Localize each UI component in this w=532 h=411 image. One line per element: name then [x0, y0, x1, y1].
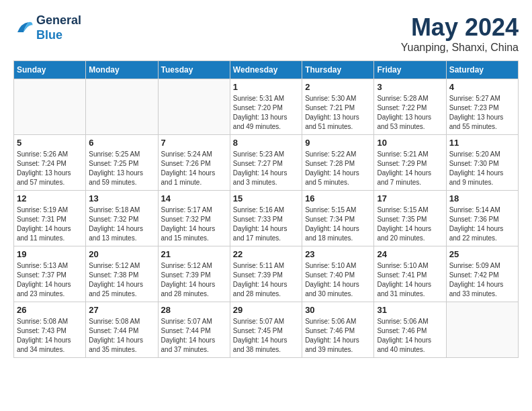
- day-number: 21: [161, 249, 227, 259]
- day-number: 30: [305, 305, 371, 315]
- calendar-cell: 1Sunrise: 5:31 AM Sunset: 7:20 PM Daylig…: [230, 79, 302, 135]
- calendar-cell: 30Sunrise: 5:06 AM Sunset: 7:46 PM Dayli…: [302, 302, 374, 358]
- logo-text: General Blue: [36, 13, 81, 42]
- calendar-cell: 5Sunrise: 5:26 AM Sunset: 7:24 PM Daylig…: [14, 135, 86, 191]
- weekday-header: Saturday: [446, 61, 518, 79]
- day-number: 8: [233, 138, 299, 148]
- day-number: 3: [377, 82, 443, 92]
- calendar-cell: [14, 79, 86, 135]
- day-number: 26: [17, 305, 83, 315]
- day-info: Sunrise: 5:23 AM Sunset: 7:27 PM Dayligh…: [233, 150, 299, 187]
- calendar-cell: [86, 79, 158, 135]
- location: Yuanping, Shanxi, China: [401, 42, 519, 54]
- day-info: Sunrise: 5:08 AM Sunset: 7:44 PM Dayligh…: [89, 317, 154, 355]
- day-info: Sunrise: 5:07 AM Sunset: 7:44 PM Dayligh…: [161, 317, 227, 355]
- calendar-cell: [158, 79, 230, 135]
- day-info: Sunrise: 5:24 AM Sunset: 7:26 PM Dayligh…: [161, 150, 227, 187]
- title-area: May 2024 Yuanping, Shanxi, China: [401, 13, 519, 54]
- day-info: Sunrise: 5:26 AM Sunset: 7:24 PM Dayligh…: [17, 150, 83, 187]
- day-number: 18: [449, 193, 515, 203]
- calendar-cell: 14Sunrise: 5:17 AM Sunset: 7:32 PM Dayli…: [158, 191, 230, 246]
- calendar-cell: [446, 302, 518, 358]
- day-info: Sunrise: 5:14 AM Sunset: 7:36 PM Dayligh…: [449, 205, 515, 243]
- day-info: Sunrise: 5:12 AM Sunset: 7:38 PM Dayligh…: [89, 261, 154, 299]
- calendar-cell: 6Sunrise: 5:25 AM Sunset: 7:25 PM Daylig…: [86, 135, 158, 191]
- day-info: Sunrise: 5:22 AM Sunset: 7:28 PM Dayligh…: [305, 150, 371, 187]
- calendar-cell: 20Sunrise: 5:12 AM Sunset: 7:38 PM Dayli…: [86, 246, 158, 302]
- weekday-header-row: SundayMondayTuesdayWednesdayThursdayFrid…: [14, 61, 519, 79]
- day-info: Sunrise: 5:12 AM Sunset: 7:39 PM Dayligh…: [161, 261, 227, 299]
- day-info: Sunrise: 5:20 AM Sunset: 7:30 PM Dayligh…: [449, 150, 515, 187]
- day-number: 7: [161, 138, 227, 148]
- day-info: Sunrise: 5:31 AM Sunset: 7:20 PM Dayligh…: [233, 94, 299, 132]
- weekday-header: Thursday: [302, 61, 374, 79]
- calendar-week-row: 1Sunrise: 5:31 AM Sunset: 7:20 PM Daylig…: [14, 79, 519, 135]
- calendar-cell: 10Sunrise: 5:21 AM Sunset: 7:29 PM Dayli…: [374, 135, 446, 191]
- calendar-cell: 16Sunrise: 5:15 AM Sunset: 7:34 PM Dayli…: [302, 191, 374, 246]
- calendar-cell: 4Sunrise: 5:27 AM Sunset: 7:23 PM Daylig…: [446, 79, 518, 135]
- day-number: 23: [305, 249, 371, 259]
- day-number: 4: [449, 82, 515, 92]
- calendar-cell: 19Sunrise: 5:13 AM Sunset: 7:37 PM Dayli…: [14, 246, 86, 302]
- day-number: 13: [89, 193, 154, 203]
- day-info: Sunrise: 5:25 AM Sunset: 7:25 PM Dayligh…: [89, 150, 154, 187]
- day-info: Sunrise: 5:28 AM Sunset: 7:22 PM Dayligh…: [377, 94, 443, 132]
- calendar-week-row: 26Sunrise: 5:08 AM Sunset: 7:43 PM Dayli…: [14, 302, 519, 358]
- day-info: Sunrise: 5:09 AM Sunset: 7:42 PM Dayligh…: [449, 261, 515, 299]
- day-number: 15: [233, 193, 299, 203]
- day-info: Sunrise: 5:19 AM Sunset: 7:31 PM Dayligh…: [17, 205, 83, 243]
- calendar-week-row: 19Sunrise: 5:13 AM Sunset: 7:37 PM Dayli…: [14, 246, 519, 302]
- logo-icon: [13, 18, 34, 38]
- calendar-cell: 17Sunrise: 5:15 AM Sunset: 7:35 PM Dayli…: [374, 191, 446, 246]
- calendar-cell: 28Sunrise: 5:07 AM Sunset: 7:44 PM Dayli…: [158, 302, 230, 358]
- calendar-cell: 11Sunrise: 5:20 AM Sunset: 7:30 PM Dayli…: [446, 135, 518, 191]
- calendar-cell: 27Sunrise: 5:08 AM Sunset: 7:44 PM Dayli…: [86, 302, 158, 358]
- day-info: Sunrise: 5:10 AM Sunset: 7:41 PM Dayligh…: [377, 261, 443, 299]
- day-info: Sunrise: 5:30 AM Sunset: 7:21 PM Dayligh…: [305, 94, 371, 132]
- calendar-cell: 25Sunrise: 5:09 AM Sunset: 7:42 PM Dayli…: [446, 246, 518, 302]
- day-number: 1: [233, 82, 299, 92]
- day-info: Sunrise: 5:15 AM Sunset: 7:35 PM Dayligh…: [377, 205, 443, 243]
- day-number: 9: [305, 138, 371, 148]
- day-info: Sunrise: 5:21 AM Sunset: 7:29 PM Dayligh…: [377, 150, 443, 187]
- calendar-cell: 22Sunrise: 5:11 AM Sunset: 7:39 PM Dayli…: [230, 246, 302, 302]
- month-year: May 2024: [401, 13, 519, 42]
- weekday-header: Tuesday: [158, 61, 230, 79]
- day-info: Sunrise: 5:07 AM Sunset: 7:45 PM Dayligh…: [233, 317, 299, 355]
- day-number: 25: [449, 249, 515, 259]
- calendar-cell: 31Sunrise: 5:06 AM Sunset: 7:46 PM Dayli…: [374, 302, 446, 358]
- calendar-cell: 8Sunrise: 5:23 AM Sunset: 7:27 PM Daylig…: [230, 135, 302, 191]
- calendar-cell: 29Sunrise: 5:07 AM Sunset: 7:45 PM Dayli…: [230, 302, 302, 358]
- logo: General Blue: [13, 13, 81, 42]
- day-number: 29: [233, 305, 299, 315]
- day-info: Sunrise: 5:06 AM Sunset: 7:46 PM Dayligh…: [305, 317, 371, 355]
- calendar-cell: 26Sunrise: 5:08 AM Sunset: 7:43 PM Dayli…: [14, 302, 86, 358]
- calendar-cell: 12Sunrise: 5:19 AM Sunset: 7:31 PM Dayli…: [14, 191, 86, 246]
- day-info: Sunrise: 5:11 AM Sunset: 7:39 PM Dayligh…: [233, 261, 299, 299]
- day-number: 12: [17, 193, 83, 203]
- calendar-cell: 3Sunrise: 5:28 AM Sunset: 7:22 PM Daylig…: [374, 79, 446, 135]
- day-number: 19: [17, 249, 83, 259]
- day-number: 11: [449, 138, 515, 148]
- calendar-cell: 2Sunrise: 5:30 AM Sunset: 7:21 PM Daylig…: [302, 79, 374, 135]
- day-info: Sunrise: 5:10 AM Sunset: 7:40 PM Dayligh…: [305, 261, 371, 299]
- day-info: Sunrise: 5:13 AM Sunset: 7:37 PM Dayligh…: [17, 261, 83, 299]
- calendar-cell: 7Sunrise: 5:24 AM Sunset: 7:26 PM Daylig…: [158, 135, 230, 191]
- day-number: 28: [161, 305, 227, 315]
- day-info: Sunrise: 5:15 AM Sunset: 7:34 PM Dayligh…: [305, 205, 371, 243]
- day-number: 20: [89, 249, 154, 259]
- day-number: 2: [305, 82, 371, 92]
- day-info: Sunrise: 5:18 AM Sunset: 7:32 PM Dayligh…: [89, 205, 154, 243]
- weekday-header: Friday: [374, 61, 446, 79]
- day-info: Sunrise: 5:06 AM Sunset: 7:46 PM Dayligh…: [377, 317, 443, 355]
- weekday-header: Monday: [86, 61, 158, 79]
- day-number: 6: [89, 138, 154, 148]
- calendar-cell: 13Sunrise: 5:18 AM Sunset: 7:32 PM Dayli…: [86, 191, 158, 246]
- calendar-cell: 9Sunrise: 5:22 AM Sunset: 7:28 PM Daylig…: [302, 135, 374, 191]
- day-number: 5: [17, 138, 83, 148]
- day-number: 16: [305, 193, 371, 203]
- calendar-cell: 23Sunrise: 5:10 AM Sunset: 7:40 PM Dayli…: [302, 246, 374, 302]
- calendar-cell: 21Sunrise: 5:12 AM Sunset: 7:39 PM Dayli…: [158, 246, 230, 302]
- calendar-table: SundayMondayTuesdayWednesdayThursdayFrid…: [13, 60, 519, 358]
- day-number: 22: [233, 249, 299, 259]
